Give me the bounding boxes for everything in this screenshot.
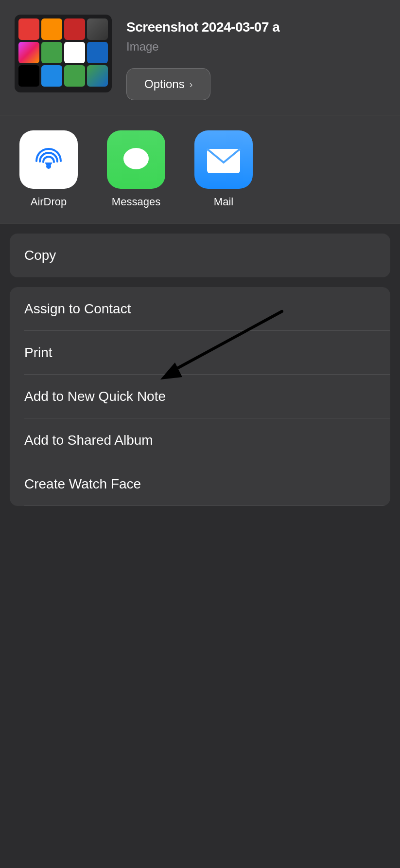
add-to-shared-album-label: Add to Shared Album <box>24 433 153 448</box>
share-app-airdrop[interactable]: AirDrop <box>19 130 78 208</box>
mail-svg-icon <box>205 145 242 174</box>
app-thumb-4 <box>87 18 108 40</box>
app-thumb-6 <box>41 42 62 63</box>
app-thumb-10 <box>41 65 62 87</box>
app-thumb-9 <box>18 65 39 87</box>
messages-label: Messages <box>112 196 160 208</box>
file-thumbnail <box>15 15 112 92</box>
options-button[interactable]: Options › <box>126 68 210 100</box>
action-group-1: Copy <box>10 234 390 277</box>
create-watch-face-action[interactable]: Create Watch Face <box>10 462 390 506</box>
action-group-2: Assign to Contact Print Add to New Quick… <box>10 287 390 506</box>
messages-icon-container <box>107 130 165 189</box>
share-apps-row: AirDrop Messages Mail <box>0 116 400 223</box>
print-label: Print <box>24 345 52 361</box>
assign-to-contact-label: Assign to Contact <box>24 301 131 317</box>
share-app-mail[interactable]: Mail <box>194 130 253 208</box>
app-thumb-12 <box>87 65 108 87</box>
file-preview-section: Screenshot 2024-03-07 a Image Options › <box>0 0 400 115</box>
section-divider-2 <box>0 223 400 224</box>
add-to-shared-album-action[interactable]: Add to Shared Album <box>10 418 390 462</box>
file-title: Screenshot 2024-03-07 a <box>126 19 279 35</box>
mail-label: Mail <box>214 196 233 208</box>
print-action[interactable]: Print <box>10 331 390 375</box>
copy-action[interactable]: Copy <box>10 234 390 277</box>
messages-svg-icon <box>119 142 154 177</box>
app-thumb-3 <box>64 18 85 40</box>
file-info: Screenshot 2024-03-07 a Image Options › <box>126 15 279 100</box>
airdrop-icon-container <box>19 130 78 189</box>
create-watch-face-label: Create Watch Face <box>24 476 141 492</box>
options-button-label: Options <box>144 77 185 91</box>
assign-to-contact-action[interactable]: Assign to Contact <box>10 287 390 331</box>
app-thumb-5 <box>18 42 39 63</box>
file-type: Image <box>126 40 279 54</box>
app-thumb-7 <box>64 42 85 63</box>
svg-marker-1 <box>45 163 52 168</box>
add-to-quick-note-action[interactable]: Add to New Quick Note <box>10 375 390 418</box>
airdrop-label: AirDrop <box>31 196 67 208</box>
add-to-quick-note-label: Add to New Quick Note <box>24 389 166 404</box>
svg-point-2 <box>123 148 149 169</box>
share-app-messages[interactable]: Messages <box>107 130 165 208</box>
app-thumb-8 <box>87 42 108 63</box>
airdrop-svg-icon <box>31 142 66 177</box>
mail-icon-container <box>194 130 253 189</box>
app-thumb-2 <box>41 18 62 40</box>
app-thumb-11 <box>64 65 85 87</box>
chevron-right-icon: › <box>190 79 193 90</box>
copy-label: Copy <box>24 248 56 263</box>
app-thumb-1 <box>18 18 39 40</box>
